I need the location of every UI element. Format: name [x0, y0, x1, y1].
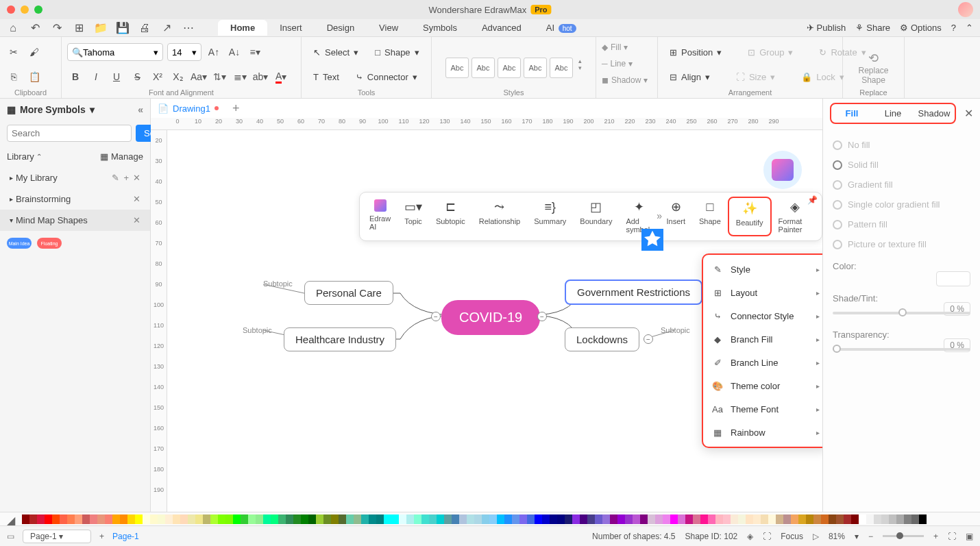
node-personal-care[interactable]: Personal Care [304, 281, 393, 305]
select-tool[interactable]: ↖ Select ▾ [307, 45, 365, 60]
collapse-handle[interactable]: − [644, 334, 653, 344]
palette-swatch[interactable] [323, 514, 331, 524]
focus-label[interactable]: Focus [781, 532, 803, 541]
close-icon[interactable]: ✕ [133, 194, 140, 204]
palette-swatch[interactable] [821, 514, 829, 524]
palette-swatch[interactable] [467, 514, 474, 524]
tree-brainstorming[interactable]: ▸Brainstorming ✕ [0, 188, 150, 210]
palette-swatch[interactable] [602, 514, 610, 524]
paste-icon[interactable]: 📋 [26, 69, 42, 85]
help-icon[interactable]: ? [951, 23, 956, 33]
palette-swatch[interactable] [723, 514, 731, 524]
palette-swatch[interactable] [301, 514, 308, 524]
palette-swatch[interactable] [836, 514, 844, 524]
palette-swatch[interactable] [233, 514, 241, 524]
palette-swatch[interactable] [75, 514, 82, 524]
add-page-icon[interactable]: + [99, 532, 104, 541]
palette-swatch[interactable] [911, 514, 919, 524]
palette-swatch[interactable] [851, 514, 859, 524]
palette-swatch[interactable] [143, 514, 150, 524]
palette-swatch[interactable] [316, 514, 323, 524]
ft-insert[interactable]: ⊕Insert [659, 197, 692, 236]
undo-icon[interactable]: ↶ [29, 22, 41, 34]
palette-swatch[interactable] [203, 514, 210, 524]
strike-icon[interactable]: S̶ [129, 69, 145, 85]
subscript-icon[interactable]: X₂ [170, 69, 186, 85]
palette-swatch[interactable] [361, 514, 369, 524]
palette-swatch[interactable] [384, 514, 391, 524]
palette-swatch[interactable] [640, 514, 648, 524]
new-icon[interactable]: ⊞ [73, 22, 85, 34]
palette-swatch[interactable] [150, 514, 158, 524]
palette-swatch[interactable] [482, 514, 489, 524]
tab-home[interactable]: Home [218, 20, 267, 36]
layers-icon[interactable]: ◈ [747, 532, 753, 541]
edit-icon[interactable]: ✎ [112, 173, 119, 183]
palette-swatch[interactable] [248, 514, 256, 524]
ctx-branch-line[interactable]: ✐Branch Line▸ [703, 351, 822, 374]
align-icon[interactable]: ≡▾ [247, 44, 263, 60]
gallery-up-icon[interactable]: ▴ [578, 58, 582, 64]
open-icon[interactable]: 📁 [95, 22, 107, 34]
palette-swatch[interactable] [625, 514, 633, 524]
palette-swatch[interactable] [429, 514, 437, 524]
palette-swatch[interactable] [512, 514, 519, 524]
palette-swatch[interactable] [881, 514, 889, 524]
palette-swatch[interactable] [97, 514, 105, 524]
font-size-select[interactable]: 14▾ [167, 43, 201, 61]
fullscreen-icon[interactable]: ▣ [966, 532, 973, 541]
connector-tool[interactable]: ⤷ Connector ▾ [350, 69, 424, 85]
palette-swatch[interactable] [708, 514, 715, 524]
palette-swatch[interactable] [391, 514, 399, 524]
palette-swatch[interactable] [859, 514, 866, 524]
palette-swatch[interactable] [339, 514, 346, 524]
bold-icon[interactable]: B [67, 69, 84, 85]
palette-swatch[interactable] [241, 514, 248, 524]
export-icon[interactable]: ↗ [160, 22, 173, 34]
tab-symbols[interactable]: Symbols [411, 20, 469, 36]
line-dropdown[interactable]: ─ Line ▾ [602, 56, 652, 71]
align-dropdown[interactable]: ⊟ Align▾ [663, 69, 716, 85]
presentation-icon[interactable]: ▷ [813, 532, 819, 541]
palette-swatch[interactable] [256, 514, 263, 524]
palette-swatch[interactable] [874, 514, 881, 524]
superscript-icon[interactable]: X² [149, 69, 166, 85]
palette-swatch[interactable] [165, 514, 173, 524]
ctx-style[interactable]: ✎Style▸ [703, 258, 822, 281]
palette-swatch[interactable] [52, 514, 60, 524]
palette-swatch[interactable] [783, 514, 791, 524]
page-select[interactable]: Page-1 ▾ [23, 530, 91, 543]
collapse-handle[interactable]: − [537, 312, 547, 321]
palette-swatch[interactable] [135, 514, 143, 524]
palette-swatch[interactable] [633, 514, 640, 524]
fill-solid[interactable]: Solid fill [833, 155, 970, 175]
case-icon[interactable]: Aa▾ [191, 69, 207, 85]
palette-swatch[interactable] [866, 514, 874, 524]
palette-swatch[interactable] [655, 514, 663, 524]
palette-swatch[interactable] [761, 514, 768, 524]
style-swatch[interactable]: Abc [498, 58, 521, 78]
palette-swatch[interactable] [678, 514, 685, 524]
text-tool[interactable]: T Text [307, 69, 345, 85]
style-swatch[interactable]: Abc [524, 58, 547, 78]
list-icon[interactable]: ≣▾ [232, 69, 248, 85]
publish-button[interactable]: ✈ Publish [807, 23, 846, 33]
tab-view[interactable]: View [367, 20, 411, 36]
palette-swatch[interactable] [738, 514, 746, 524]
palette-swatch[interactable] [844, 514, 851, 524]
rp-tab-shadow[interactable]: Shadow [914, 104, 955, 123]
palette-swatch[interactable] [489, 514, 497, 524]
page-label[interactable]: Page-1 [112, 532, 139, 541]
palette-swatch[interactable] [127, 514, 135, 524]
ctx-theme-font[interactable]: AaTheme Font▸ [703, 397, 822, 421]
palette-swatch[interactable] [813, 514, 821, 524]
palette-swatch[interactable] [278, 514, 286, 524]
ctx-layout[interactable]: ⊞Layout▸ [703, 281, 822, 304]
canvas[interactable]: COVID-19 Personal Care Healthcare Indust… [167, 130, 822, 512]
print-icon[interactable]: 🖨 [138, 22, 151, 34]
palette-swatch[interactable] [158, 514, 165, 524]
ft-topic[interactable]: ▭▾Topic [397, 197, 429, 236]
palette-swatch[interactable] [889, 514, 896, 524]
ai-assistant-bubble[interactable] [763, 151, 802, 189]
palette-swatch[interactable] [542, 514, 550, 524]
